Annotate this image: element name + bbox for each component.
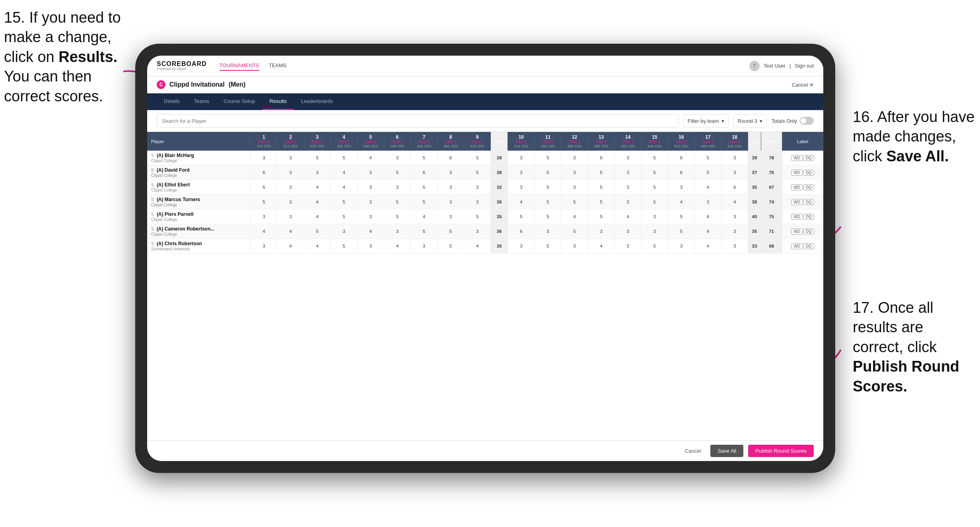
score-4-8[interactable] [438, 209, 464, 224]
score-input-5-17[interactable] [704, 229, 712, 234]
score-1-2[interactable] [277, 165, 304, 180]
score-6-8[interactable] [438, 239, 464, 254]
score-5-7[interactable] [410, 224, 437, 239]
score-5-14[interactable] [614, 224, 641, 239]
label-btn-DQ-1[interactable]: DQ [803, 170, 814, 176]
score-input-6-14[interactable] [624, 244, 632, 248]
tab-course-setup[interactable]: Course Setup [216, 93, 262, 110]
score-input-6-9[interactable] [473, 244, 482, 248]
score-input-0-6[interactable] [393, 155, 402, 160]
score-input-4-17[interactable] [704, 214, 712, 219]
sign-out-link[interactable]: Sign out [795, 63, 814, 69]
score-input-2-3[interactable] [313, 185, 322, 190]
score-input-4-13[interactable] [597, 214, 606, 219]
score-input-3-13[interactable] [597, 200, 606, 204]
score-4-9[interactable] [464, 209, 491, 224]
score-4-16[interactable] [668, 209, 694, 224]
score-input-0-5[interactable] [366, 155, 375, 160]
score-5-4[interactable] [331, 224, 357, 239]
score-input-1-8[interactable] [446, 170, 455, 175]
score-3-12[interactable] [561, 195, 588, 209]
score-5-11[interactable] [535, 224, 561, 239]
score-input-1-2[interactable] [286, 170, 295, 175]
score-input-5-5[interactable] [366, 229, 375, 234]
score-2-11[interactable] [535, 180, 561, 195]
score-1-3[interactable] [304, 165, 331, 180]
score-input-1-4[interactable] [340, 170, 348, 175]
score-2-13[interactable] [588, 180, 614, 195]
score-3-1[interactable] [251, 195, 277, 209]
score-2-2[interactable] [277, 180, 304, 195]
score-6-3[interactable] [304, 239, 331, 254]
score-1-7[interactable] [410, 165, 437, 180]
score-0-14[interactable] [614, 151, 641, 165]
score-1-13[interactable] [588, 165, 614, 180]
score-2-17[interactable] [694, 180, 721, 195]
score-2-6[interactable] [384, 180, 410, 195]
score-input-5-12[interactable] [570, 229, 579, 234]
score-input-0-8[interactable] [446, 155, 455, 160]
score-input-4-18[interactable] [730, 214, 739, 219]
score-3-10[interactable] [508, 195, 535, 209]
score-input-0-13[interactable] [597, 155, 606, 160]
score-6-12[interactable] [561, 239, 588, 254]
score-1-12[interactable] [561, 165, 588, 180]
score-input-0-18[interactable] [730, 155, 739, 160]
score-input-6-17[interactable] [704, 244, 712, 248]
score-3-13[interactable] [588, 195, 614, 209]
score-3-7[interactable] [410, 195, 437, 209]
score-1-8[interactable] [438, 165, 464, 180]
score-input-5-2[interactable] [286, 229, 295, 234]
score-6-4[interactable] [331, 239, 357, 254]
score-input-2-18[interactable] [730, 185, 739, 190]
label-btn-WD-4[interactable]: WD [791, 214, 803, 220]
score-input-0-1[interactable] [259, 155, 268, 160]
score-input-0-16[interactable] [677, 155, 686, 160]
score-1-10[interactable] [508, 165, 535, 180]
score-1-4[interactable] [331, 165, 357, 180]
score-input-4-15[interactable] [650, 214, 659, 219]
score-input-2-15[interactable] [650, 185, 659, 190]
score-input-6-1[interactable] [259, 244, 268, 248]
score-1-1[interactable] [251, 165, 277, 180]
score-2-9[interactable] [464, 180, 491, 195]
score-0-8[interactable] [438, 151, 464, 165]
score-input-6-12[interactable] [570, 244, 579, 248]
score-2-15[interactable] [641, 180, 668, 195]
tab-leaderboards[interactable]: Leaderboards [294, 93, 340, 110]
score-input-3-1[interactable] [259, 200, 268, 204]
score-input-1-6[interactable] [393, 170, 402, 175]
score-1-9[interactable] [464, 165, 491, 180]
score-input-3-5[interactable] [366, 200, 375, 204]
score-5-13[interactable] [588, 224, 614, 239]
score-6-10[interactable] [508, 239, 535, 254]
score-input-1-17[interactable] [704, 170, 712, 175]
score-input-1-3[interactable] [313, 170, 322, 175]
score-4-2[interactable] [277, 209, 304, 224]
score-6-13[interactable] [588, 239, 614, 254]
nav-tournaments[interactable]: TOURNAMENTS [220, 61, 259, 71]
score-input-3-14[interactable] [624, 200, 632, 204]
score-input-6-7[interactable] [420, 244, 428, 248]
score-3-17[interactable] [694, 195, 721, 209]
score-input-2-8[interactable] [446, 185, 455, 190]
label-btn-WD-3[interactable]: WD [791, 199, 803, 205]
score-input-4-9[interactable] [473, 214, 482, 219]
score-2-10[interactable] [508, 180, 535, 195]
search-input[interactable] [157, 114, 679, 128]
score-0-3[interactable] [304, 151, 331, 165]
score-5-1[interactable] [251, 224, 277, 239]
score-4-7[interactable] [410, 209, 437, 224]
score-input-4-7[interactable] [420, 214, 428, 219]
score-input-0-11[interactable] [543, 155, 552, 160]
score-4-12[interactable] [561, 209, 588, 224]
score-1-16[interactable] [668, 165, 694, 180]
tab-details[interactable]: Details [157, 93, 187, 110]
score-2-12[interactable] [561, 180, 588, 195]
score-0-17[interactable] [694, 151, 721, 165]
score-5-16[interactable] [668, 224, 694, 239]
score-6-9[interactable] [464, 239, 491, 254]
score-3-11[interactable] [535, 195, 561, 209]
score-input-3-11[interactable] [543, 200, 552, 204]
score-5-10[interactable] [508, 224, 535, 239]
